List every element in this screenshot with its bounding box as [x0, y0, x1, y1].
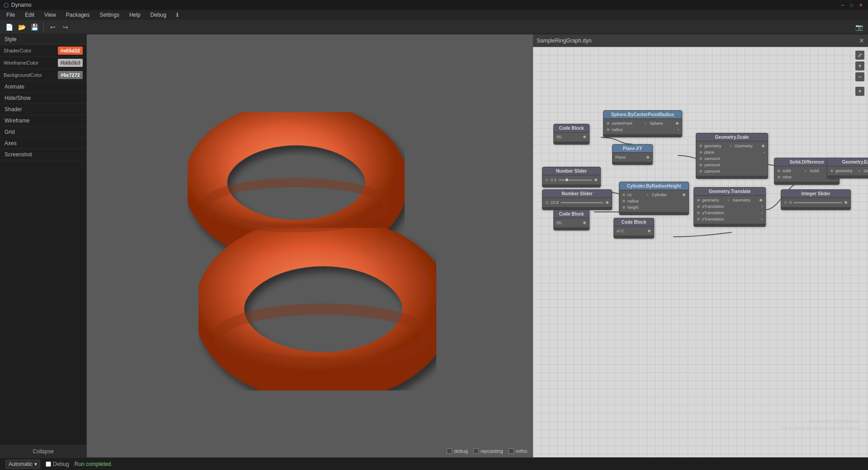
nodegraph-canvas[interactable]: Code Block 55; Sphere.ByCenterPointRadiu… [533, 47, 868, 457]
node-numslider1-header: Number Slider [542, 167, 600, 175]
node-numslider2-body: ⊙ 22.8 [542, 198, 612, 207]
node-cylinder-header: Cylinder.ByRadiusHeight [619, 182, 689, 190]
node-geotranslate[interactable]: Geometry.Translate geometry › Geometry x… [693, 187, 766, 227]
menu-edit[interactable]: Edit [20, 11, 39, 19]
redo-button[interactable]: ↪ [60, 22, 71, 33]
node-codeblock2-out: 55; [554, 220, 589, 226]
viewport-canvas [87, 34, 533, 457]
maximize-button[interactable]: □ [848, 1, 855, 9]
nodegraph-title: SampleRingGraph.dyn [537, 38, 591, 44]
raycasting-check[interactable]: raycasting [473, 448, 503, 454]
run-mode-dropdown[interactable]: Automatic ▾ [5, 460, 40, 469]
nodegraph-close-button[interactable]: ✕ [859, 37, 864, 44]
shader-color-swatch[interactable]: #e65d32 [58, 47, 83, 55]
animate-row[interactable]: Animate [0, 81, 86, 93]
graph-zoom-out-button[interactable]: − [855, 72, 864, 81]
graph-fit-button[interactable]: ⤢ [855, 51, 864, 60]
node-codeblock3[interactable]: Code Block x/-2; [613, 218, 654, 239]
sphere-out-label: Sphere [650, 121, 663, 126]
close-button[interactable]: ✕ [857, 1, 864, 9]
menu-view[interactable]: View [40, 11, 61, 19]
new-button[interactable]: 📄 [4, 22, 14, 33]
axes-row[interactable]: Axes [0, 138, 86, 149]
menu-help[interactable]: Help [125, 11, 145, 19]
node-codeblock1-body: 55; [554, 132, 589, 141]
node-geotranslate-footer [694, 224, 765, 226]
debug-checkbox[interactable] [447, 448, 452, 454]
viewport[interactable]: debug raycasting ortho [87, 34, 533, 457]
graph-zoom-in-button[interactable]: + [855, 61, 864, 70]
wireframe-color-row: WireframeColor #b6b3b3 [0, 57, 86, 69]
node-codeblock2[interactable]: Code Block 55; [553, 210, 590, 230]
node-sphere[interactable]: Sphere.ByCenterPointRadius centerPoint ›… [603, 110, 682, 137]
node-cylinder[interactable]: Cylinder.ByRadiusHeight cs › Cylinder ra… [619, 182, 689, 215]
screenshot-row[interactable]: Screenshot [0, 149, 86, 160]
menu-file[interactable]: File [2, 11, 19, 19]
collapse-button[interactable]: Collapse [0, 445, 86, 457]
camera-button[interactable]: 📷 [854, 22, 864, 33]
node-numslider2-header: Number Slider [542, 190, 612, 198]
node-intslider-header: Integer Slider [781, 190, 850, 198]
node-planxy-out: Plane [613, 154, 652, 160]
ortho-check[interactable]: ortho [509, 448, 527, 454]
node-planxy[interactable]: Plane.XY Plane [612, 144, 653, 165]
node-cylinder-footer [619, 212, 689, 215]
hideshow-row[interactable]: Hide/Show [0, 93, 86, 104]
planxy-out-port [646, 155, 650, 159]
shader-row[interactable]: Shader [0, 104, 86, 115]
node-numslider2[interactable]: Number Slider ⊙ 22.8 [542, 189, 612, 210]
menu-packages[interactable]: Packages [61, 11, 94, 19]
grid-row[interactable]: Grid [0, 127, 86, 138]
debug-checkbox-input[interactable] [46, 461, 51, 467]
viewport-overlay: debug raycasting ortho [447, 448, 527, 454]
nodegraph-header: SampleRingGraph.dyn ✕ [533, 34, 868, 47]
menu-settings[interactable]: Settings [95, 11, 124, 19]
sphere-center-port [606, 122, 610, 125]
node-numslider1-footer [542, 184, 600, 187]
node-codeblock2-footer [554, 227, 589, 230]
raycasting-checkbox[interactable] [473, 448, 479, 454]
menubar: File Edit View Packages Settings Help De… [0, 10, 868, 20]
sphere-radius-port [606, 128, 610, 132]
minimize-button[interactable]: ─ [839, 1, 846, 9]
node-intslider-body: ⊙ 0 [781, 198, 850, 207]
node-sphere-footer [604, 134, 682, 137]
node-planxy-body: Plane [613, 153, 652, 162]
node-geoscale[interactable]: Geometry.Scale geometry › Geometry plane… [696, 133, 768, 179]
codeblock3-out: x/-2; [614, 228, 654, 234]
titlebar: ⬡ Dynamo ─ □ ✕ [0, 0, 868, 10]
style-section-header: Style [0, 34, 86, 45]
wireframe-row[interactable]: Wireframe [0, 115, 86, 127]
open-button[interactable]: 📂 [16, 22, 27, 33]
node-planxy-footer [613, 162, 652, 164]
node-numslider1[interactable]: Number Slider ⊙ 0.3 [542, 167, 601, 188]
node-codeblock1[interactable]: Code Block 55; [553, 124, 590, 145]
node-geoexplode-body: geometry › Geometry[] [827, 166, 868, 175]
node-connections [533, 47, 868, 457]
menu-info[interactable]: ℹ [172, 11, 183, 19]
node-sphere-in-center: centerPoint › Sphere [604, 120, 682, 127]
node-codeblock3-footer [614, 235, 654, 238]
node-codeblock3-header: Code Block [614, 218, 654, 226]
background-color-swatch[interactable]: #6e7272 [58, 71, 83, 79]
node-codeblock2-header: Code Block [554, 210, 589, 218]
undo-button[interactable]: ↩ [47, 22, 58, 33]
node-soliddiff-footer [774, 182, 839, 184]
save-button[interactable]: 💾 [29, 22, 40, 33]
menu-debug[interactable]: Debug [146, 11, 171, 19]
torus-render [183, 88, 436, 404]
graph-add-button[interactable]: + [855, 87, 864, 96]
main-area: Style ShaderColor #e65d32 WireframeColor… [0, 34, 868, 457]
nodegraph-controls: ⤢ + − + [855, 51, 864, 96]
node-geoscale-header: Geometry.Scale [696, 133, 768, 141]
debug-checkbox-status[interactable]: Debug [46, 461, 69, 467]
node-sphere-in-radius: radius › [604, 127, 682, 133]
node-planxy-header: Plane.XY [613, 145, 652, 153]
ortho-checkbox[interactable] [509, 448, 514, 454]
node-geoexplode[interactable]: Geometry.Explode geometry › Geometry[] [827, 158, 868, 179]
activate-windows-subtitle: Go to Settings to activate Windows. [780, 425, 859, 430]
debug-check[interactable]: debug [447, 448, 468, 454]
wireframe-color-swatch[interactable]: #b6b3b3 [58, 59, 83, 67]
node-intslider[interactable]: Integer Slider ⊙ 0 [781, 189, 851, 210]
sphere-out-port [675, 122, 679, 125]
